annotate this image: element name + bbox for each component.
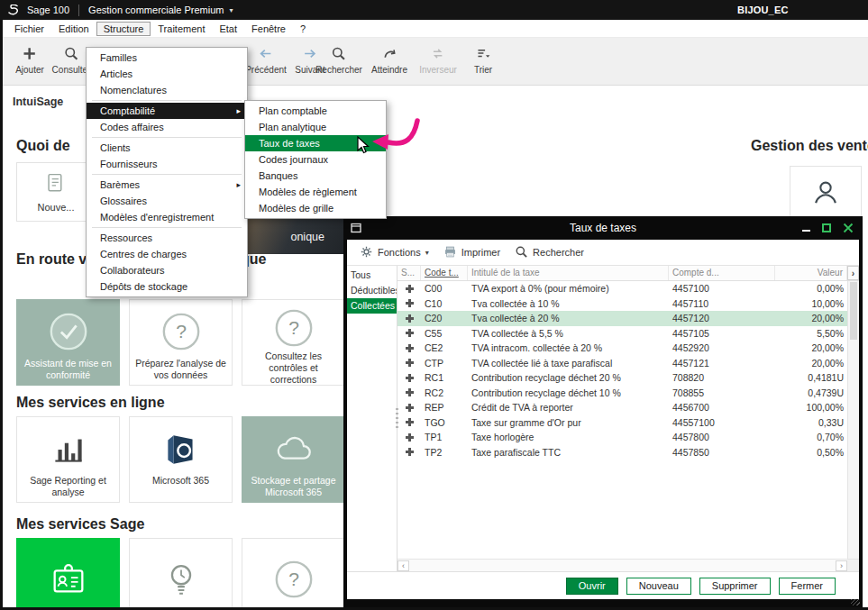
table-row[interactable]: CE2TVA intracom. collectée à 20 %4452920… bbox=[397, 341, 847, 356]
menubar-item[interactable]: Structure bbox=[96, 22, 151, 36]
menu-item[interactable]: Barèmes▸ bbox=[87, 177, 247, 193]
menu-item[interactable]: Codes affaires bbox=[87, 119, 247, 135]
toolbar-button-label: Trier bbox=[474, 65, 492, 75]
search-icon bbox=[315, 44, 362, 62]
toolbar-button[interactable]: Précédent bbox=[245, 44, 287, 75]
menu-item[interactable]: Nomenclatures bbox=[87, 82, 247, 98]
menu-item[interactable]: Glossaires bbox=[87, 193, 247, 209]
row-select-icon bbox=[397, 344, 421, 352]
tile[interactable]: Microsoft 365 bbox=[129, 416, 233, 503]
toolbar-button[interactable]: Consulter bbox=[52, 44, 91, 75]
toolbar-button[interactable]: Atteindre bbox=[371, 44, 407, 75]
tile[interactable]: ?Préparez l'analyse de vos données bbox=[129, 299, 233, 386]
header-compte[interactable]: Compte d... bbox=[669, 266, 775, 280]
table-row[interactable]: C20Tva collectée à 20 %445712020,00% bbox=[397, 311, 847, 326]
cell-valeur: 10,00% bbox=[775, 298, 847, 309]
cell-intitule: Crédit de TVA à reporter bbox=[468, 402, 669, 413]
menubar-item[interactable]: ? bbox=[293, 22, 313, 36]
menu-item[interactable]: Modèles de grille bbox=[245, 200, 386, 216]
table-row[interactable]: C00TVA export à 0% (pour mémoire)4457100… bbox=[397, 281, 847, 296]
tile[interactable]: Stockage et partage Microsoft 365 bbox=[242, 416, 345, 503]
cell-intitule: Taxe horlogère bbox=[468, 432, 669, 442]
menu-item[interactable]: Familles bbox=[87, 50, 247, 66]
menu-item[interactable]: Banques bbox=[245, 168, 386, 184]
toolbar-button[interactable]: Inverseur bbox=[419, 44, 457, 75]
header-selection[interactable]: S... bbox=[397, 266, 421, 280]
horizontal-scrollbar[interactable]: ‹ › bbox=[397, 559, 847, 571]
conformity-tiles: Assistant de mise en conformité?Préparez… bbox=[16, 299, 345, 386]
tile-nouveau-document[interactable]: Nouve... bbox=[16, 162, 96, 222]
plus-icon bbox=[406, 329, 414, 337]
maximize-button[interactable] bbox=[822, 223, 831, 232]
table-row[interactable]: TP1Taxe horlogère44578000,70% bbox=[397, 430, 847, 445]
tax-filter-list: TousDéductiblesCollectées bbox=[347, 266, 397, 571]
tile-gestion-des-ventes[interactable] bbox=[790, 166, 862, 222]
table-row[interactable]: TP2Taxe parafiscale TTC44578500,50% bbox=[397, 445, 847, 460]
person-icon bbox=[810, 177, 841, 211]
table-row[interactable]: RC1Contribution recyclage déchet 20 %708… bbox=[397, 370, 847, 386]
fermer-button[interactable]: Fermer bbox=[779, 578, 836, 595]
ouvrir-button[interactable]: Ouvrir bbox=[566, 578, 618, 595]
toolbar-button[interactable]: Trier bbox=[474, 44, 492, 75]
tile[interactable] bbox=[16, 538, 120, 610]
cell-intitule: Tva collectée à 20 % bbox=[468, 313, 669, 323]
scroll-right-icon[interactable]: › bbox=[836, 560, 847, 571]
dialog-button-bar: OuvrirNouveauSupprimerFermer bbox=[347, 572, 859, 599]
menubar-item[interactable]: Fenêtre bbox=[244, 22, 293, 36]
tile[interactable] bbox=[129, 538, 233, 610]
table-row[interactable]: CTPTVA collectée lié à taxe parafiscal44… bbox=[397, 356, 847, 371]
tile[interactable]: Sage Reporting et analyse bbox=[16, 416, 120, 503]
table-row[interactable]: C55TVA collectée à 5,5 %44571055,50% bbox=[397, 326, 847, 341]
nouveau-button[interactable]: Nouveau bbox=[626, 578, 691, 595]
tile[interactable]: ?Consultez les contrôles et corrections bbox=[242, 299, 345, 386]
dialog-titlebar[interactable]: Taux de taxes bbox=[347, 216, 859, 240]
fonctions-menu-button[interactable]: Fonctions ▾ bbox=[352, 242, 436, 262]
row-select-icon bbox=[397, 433, 421, 442]
tile[interactable]: ? bbox=[242, 538, 345, 610]
header-valeur[interactable]: Valeur bbox=[775, 266, 847, 280]
menubar-item[interactable]: Edition bbox=[51, 22, 96, 36]
tile[interactable]: Assistant de mise en conformité bbox=[16, 299, 120, 386]
cell-intitule: Taxe parafiscale TTC bbox=[468, 447, 669, 458]
menu-item[interactable]: Modèles d'enregistrement bbox=[87, 209, 247, 225]
menu-item[interactable]: Clients bbox=[87, 140, 247, 156]
minimize-button[interactable] bbox=[802, 230, 810, 232]
menu-item[interactable]: Dépôts de stockage bbox=[87, 278, 247, 295]
scrollbar-thumb[interactable] bbox=[850, 282, 857, 340]
scroll-left-icon[interactable]: ‹ bbox=[397, 560, 409, 571]
table-row[interactable]: RC2Contribution recyclage déchet 10 %708… bbox=[397, 386, 847, 401]
banner-text: onique bbox=[290, 231, 324, 243]
tax-filter-item[interactable]: Tous bbox=[347, 268, 397, 283]
menu-item[interactable]: Ressources bbox=[87, 230, 247, 246]
supprimer-button[interactable]: Supprimer bbox=[699, 578, 771, 595]
mouse-cursor bbox=[357, 136, 370, 154]
tax-filter-item[interactable]: Déductibles bbox=[347, 283, 397, 298]
header-code[interactable]: Code t... bbox=[421, 266, 468, 280]
tax-filter-item[interactable]: Collectées bbox=[347, 298, 397, 314]
table-row[interactable]: TGOTaxe sur gramme d'Or pur445571000,33U bbox=[397, 415, 847, 431]
tab-intuisage[interactable]: IntuiSage bbox=[13, 96, 63, 108]
question-circle-icon: ? bbox=[273, 307, 315, 349]
menu-item[interactable]: Comptabilité▸ bbox=[87, 103, 247, 119]
table-row[interactable]: C10Tva collectée à 10 %445711010,00% bbox=[397, 296, 847, 312]
header-intitule[interactable]: Intitulé de la taxe bbox=[468, 266, 669, 280]
menu-item[interactable]: Modèles de règlement bbox=[245, 184, 386, 200]
close-button[interactable] bbox=[843, 223, 854, 233]
toolbar-button[interactable]: Ajouter bbox=[15, 44, 44, 75]
vertical-scrollbar[interactable] bbox=[847, 281, 859, 559]
menu-item[interactable]: Articles bbox=[87, 66, 247, 82]
menu-item[interactable]: Centres de charges bbox=[87, 246, 247, 262]
imprimer-button[interactable]: Imprimer bbox=[436, 242, 507, 262]
rechercher-button[interactable]: Rechercher bbox=[507, 242, 591, 262]
toolbar-button[interactable]: Rechercher bbox=[315, 44, 362, 75]
table-row[interactable]: REPCrédit de TVA à reporter4456700100,00… bbox=[397, 400, 847, 415]
menu-item[interactable]: Fournisseurs bbox=[87, 156, 247, 172]
menubar-item[interactable]: Traitement bbox=[151, 22, 212, 36]
column-options-button[interactable]: › bbox=[847, 266, 859, 280]
plus-icon bbox=[406, 418, 414, 426]
menubar-item[interactable]: Etat bbox=[212, 22, 244, 36]
menubar-item[interactable]: Fichier bbox=[7, 22, 51, 36]
menu-item[interactable]: Collaborateurs bbox=[87, 262, 247, 278]
module-switcher[interactable]: Gestion commerciale Premium bbox=[88, 5, 224, 15]
titlebar[interactable]: Sage 100 Gestion commerciale Premium ▾ B… bbox=[0, 0, 868, 20]
